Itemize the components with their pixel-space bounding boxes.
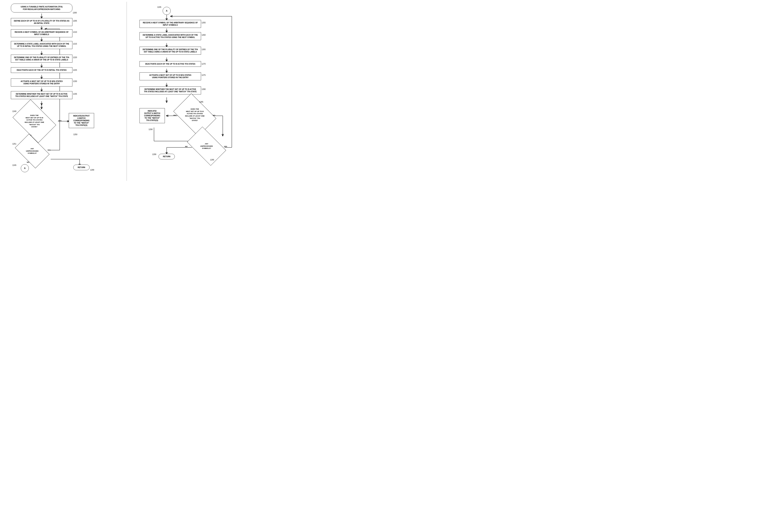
ref-1295: 1295 xyxy=(210,159,214,161)
box-1270: DEACTIVATE EACH OF THE UP TO B ACTIVE TF… xyxy=(140,61,201,67)
box-1205: DEFINE EACH OF UP TO B OF A PLURALITY OF… xyxy=(11,18,72,26)
box-1265: DETERMINE ONE OF THE PLURALITY OF ENTRIE… xyxy=(140,47,201,55)
ref-1260: 1260 xyxy=(202,34,206,36)
yes-label-1240: YES xyxy=(58,120,61,122)
box-1260: DETERMINE A STATE LABEL ASSOCIATED WITH … xyxy=(140,32,201,40)
return-right: RETURN xyxy=(158,154,175,159)
ref-1290: 1290 xyxy=(149,128,153,130)
yes-label-1295: YES xyxy=(224,146,227,148)
ref-1275: 1275 xyxy=(202,74,206,76)
yes-label-1251: YES xyxy=(48,149,51,151)
ref-1265: 1265 xyxy=(202,49,206,50)
ref-1225: 1225 xyxy=(73,69,77,71)
ref-1220: 1220 xyxy=(73,56,77,58)
left-title: USING A TUNABLE FINITE AUTOMATON (TFA) F… xyxy=(11,4,72,13)
ref-1255: 1255 xyxy=(202,22,206,24)
box-1275: ACTIVATE A NEXT SET OF UP TO B NFA STATE… xyxy=(140,72,201,80)
ref-1215: 1215 xyxy=(73,43,77,45)
box-1230: ACTIVATE A NEXT SET OF UP TO B NFA STATE… xyxy=(11,79,72,86)
box-1215: DETERMINE A STATE LABEL ASSOCIATED WITH … xyxy=(11,41,72,49)
ref-1250: 1250 xyxy=(73,134,77,136)
divider xyxy=(126,2,127,181)
ref-1299-left: 1299 xyxy=(90,169,94,171)
box-1255: RECEIVE A NEXT SYMBOL OF THE ARBITRARY S… xyxy=(140,20,201,28)
diamond-1295: ANY UNPROCESSED SYMBOLS? xyxy=(190,135,223,157)
ref-1285: 1285 xyxy=(199,101,203,103)
ref-1200: 1200 xyxy=(73,12,77,14)
left-flowchart: USING A TUNABLE FINITE AUTOMATON (TFA) F… xyxy=(2,2,123,181)
diamond-1251: ANY UNPROCESSED SYMBOLS? xyxy=(18,141,47,161)
connector-a-right: A xyxy=(163,7,171,15)
connector-a-left: A xyxy=(21,164,29,172)
ref-1299-right: 1299 xyxy=(152,153,156,155)
ref-1245-right: 1245 xyxy=(157,6,161,8)
no-label-1285: NO xyxy=(213,115,215,116)
box-1290: INDICATE/ OUTPUT A MATCH CORRESPONDING T… xyxy=(140,108,165,123)
diamond-1285: DOES THE NEXT SET OF UP TO B ACTIVE TFA … xyxy=(177,102,212,127)
diagram-container: USING A TUNABLE FINITE AUTOMATON (TFA) F… xyxy=(0,0,253,183)
ref-1205: 1205 xyxy=(73,20,77,22)
ref-1270: 1270 xyxy=(202,63,206,65)
return-left: RETURN xyxy=(73,165,89,170)
ref-1280: 1280 xyxy=(202,88,206,90)
diamond-1240: DOES THE NEXT SET OF UP TO B ACTIVE TFA … xyxy=(16,109,52,134)
no-label-1251: NO xyxy=(27,161,29,163)
ref-1235: 1235 xyxy=(73,93,77,95)
right-flowchart: A 1245 RECEIVE A NEXT SYMBOL OF THE ARBI… xyxy=(130,2,252,181)
box-1220: DETERMINE ONE OF THE PLURALITY OF ENTRIE… xyxy=(11,55,72,63)
box-1225: DEACTIVATE EACH OF THE UP TO B INITIAL T… xyxy=(11,67,72,73)
ref-1230: 1230 xyxy=(73,80,77,82)
box-1235: DETERMINE WHETHER THE NEXT SET OF UP TO … xyxy=(11,91,72,99)
ref-1245-bottom: 1245 xyxy=(12,164,16,166)
no-label-1295: NO xyxy=(185,146,188,148)
box-1210: RECEIVE A NEXT SYMBOL OF AN ARBITRARY SE… xyxy=(11,29,72,37)
ref-1210: 1210 xyxy=(73,31,77,33)
yes-label-1285: YES xyxy=(173,115,176,116)
box-1280: DETERMINE WHETHER THE NEXT SET OF UP TO … xyxy=(140,86,201,94)
box-1250: INDICATE/OUTPUT A MATCH CORRESPONDING TO… xyxy=(69,113,94,128)
ref-1240: 1240 xyxy=(12,110,16,112)
ref-1251: 1251 xyxy=(12,143,16,145)
